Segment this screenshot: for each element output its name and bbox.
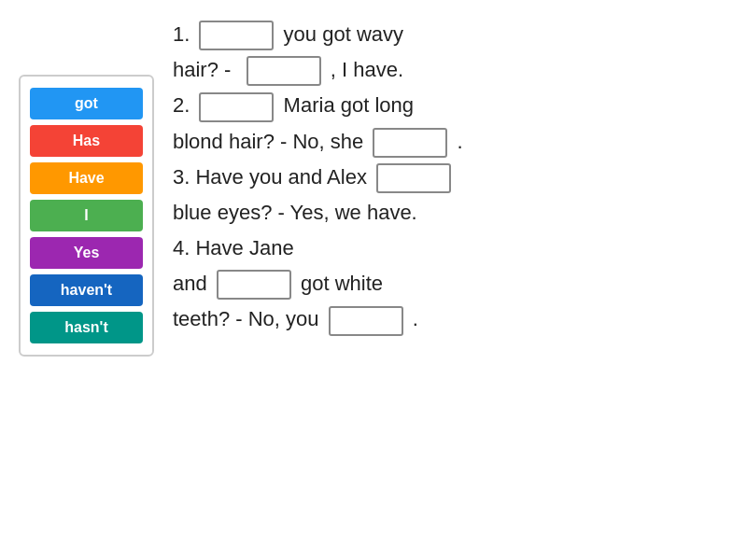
q1-blank-2[interactable] [247,56,321,86]
q2-number: 2. [173,93,190,117]
word-btn-yes[interactable]: Yes [30,237,143,269]
q4-text-3: teeth? - No, you [173,307,325,330]
q4-text-4: . [413,307,418,330]
question-1: 1. you got wavy [173,19,728,50]
question-4b: and got white [173,268,728,300]
word-bank: got Has Have I Yes haven't hasn't [19,75,154,357]
q2-blank-2[interactable] [373,128,447,158]
word-btn-has[interactable]: Has [30,125,143,157]
word-btn-i[interactable]: I [30,200,143,231]
question-3: 3. Have you and Alex [173,161,728,193]
question-2: 2. Maria got long [173,90,728,121]
q2-text-1: Maria got long [284,93,414,117]
question-1b: hair? - , I have. [173,54,728,86]
word-btn-got[interactable]: got [30,88,143,119]
word-btn-hasnt[interactable]: hasn't [30,312,143,343]
question-4c: teeth? - No, you . [173,303,728,335]
q4-blank-1[interactable] [217,270,291,300]
q2-text-3: . [457,130,462,153]
q1-text-3: , I have. [331,58,403,81]
q2-text-2: blond hair? - No, she [173,130,369,153]
q1-text-2: hair? - [173,58,236,81]
main-container: got Has Have I Yes haven't hasn't 1. you… [0,0,747,560]
q4-text-1: and [173,272,213,295]
q3-number: 3. Have you and Alex [173,165,373,189]
word-btn-havent[interactable]: haven't [30,274,143,306]
q3-blank-1[interactable] [376,163,451,193]
question-4: 4. Have Jane [173,232,728,264]
question-2b: blond hair? - No, she . [173,126,728,158]
q4-blank-2[interactable] [329,306,403,336]
questions-area: 1. you got wavy hair? - , I have. 2. Mar… [173,19,728,541]
q4-number: 4. Have Jane [173,236,294,259]
q1-text-1: you got wavy [284,22,403,46]
q3-text-2: blue eyes? - Yes, we have. [173,201,417,224]
q1-blank-1[interactable] [199,21,274,50]
q2-blank-1[interactable] [199,92,274,122]
question-3b: blue eyes? - Yes, we have. [173,197,728,229]
word-btn-have[interactable]: Have [30,162,143,194]
q1-number: 1. [173,22,190,46]
q4-text-2: got white [301,272,383,295]
